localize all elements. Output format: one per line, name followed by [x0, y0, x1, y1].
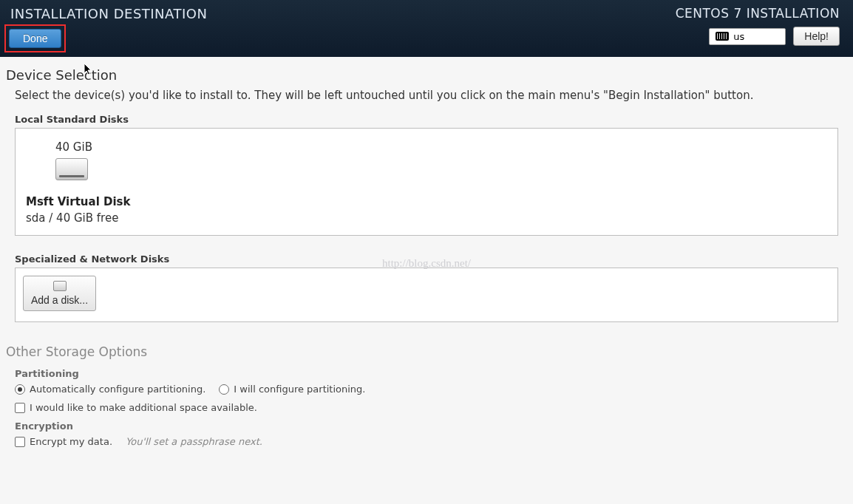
network-disks-label: Specialized & Network Disks	[15, 253, 847, 265]
page-title: INSTALLATION DESTINATION	[10, 6, 207, 21]
disk-name: Msft Virtual Disk	[26, 195, 131, 208]
manual-partition-radio[interactable]: I will configure partitioning.	[219, 384, 365, 395]
encrypt-checkbox[interactable]: Encrypt my data.	[15, 436, 112, 447]
help-button[interactable]: Help!	[793, 27, 840, 46]
encryption-label: Encryption	[15, 420, 847, 432]
disk-icon	[53, 281, 67, 291]
distro-title: CENTOS 7 INSTALLATION	[676, 6, 840, 21]
auto-partition-label: Automatically configure partitioning.	[30, 384, 205, 395]
additional-space-row: I would like to make additional space av…	[15, 402, 847, 413]
header-bar: INSTALLATION DESTINATION Done CENTOS 7 I…	[0, 0, 853, 57]
manual-partition-label: I will configure partitioning.	[234, 384, 365, 395]
additional-space-label: I would like to make additional space av…	[30, 402, 257, 413]
disk-size: 40 GiB	[55, 140, 92, 154]
local-disks-container: 40 GiB Msft Virtual Disk sda / 40 GiB fr…	[15, 128, 838, 236]
keyboard-icon	[716, 32, 729, 41]
other-storage-heading: Other Storage Options	[6, 344, 847, 359]
auto-partition-radio[interactable]: Automatically configure partitioning.	[15, 384, 205, 395]
radio-icon	[219, 384, 229, 395]
hard-disk-icon	[55, 158, 88, 180]
device-selection-description: Select the device(s) you'd like to insta…	[15, 89, 847, 102]
keyboard-layout-indicator[interactable]: us	[709, 28, 786, 45]
locale-code: us	[733, 31, 744, 42]
checkbox-icon	[15, 437, 25, 447]
done-button[interactable]: Done	[9, 29, 61, 48]
encrypt-label: Encrypt my data.	[30, 436, 112, 447]
disk-item[interactable]: 40 GiB Msft Virtual Disk sda / 40 GiB fr…	[26, 140, 131, 225]
header-right: CENTOS 7 INSTALLATION us Help!	[676, 6, 840, 51]
encryption-row: Encrypt my data. You'll set a passphrase…	[15, 436, 847, 447]
network-disks-container: Add a disk...	[15, 268, 838, 322]
device-selection-heading: Device Selection	[6, 67, 847, 83]
content-area: Device Selection Select the device(s) yo…	[0, 57, 853, 460]
disk-detail: sda / 40 GiB free	[26, 211, 118, 225]
checkbox-icon	[15, 403, 25, 413]
header-controls: us Help!	[709, 27, 840, 46]
add-disk-label: Add a disk...	[31, 294, 88, 306]
radio-icon	[15, 384, 25, 395]
local-disks-label: Local Standard Disks	[15, 114, 847, 125]
partitioning-options: Automatically configure partitioning. I …	[15, 384, 847, 395]
partitioning-label: Partitioning	[15, 368, 847, 379]
encrypt-hint: You'll set a passphrase next.	[126, 436, 262, 447]
header-left: INSTALLATION DESTINATION Done	[10, 6, 207, 51]
add-disk-button[interactable]: Add a disk...	[23, 276, 96, 311]
done-highlight-box: Done	[4, 24, 66, 52]
additional-space-checkbox[interactable]: I would like to make additional space av…	[15, 402, 257, 413]
